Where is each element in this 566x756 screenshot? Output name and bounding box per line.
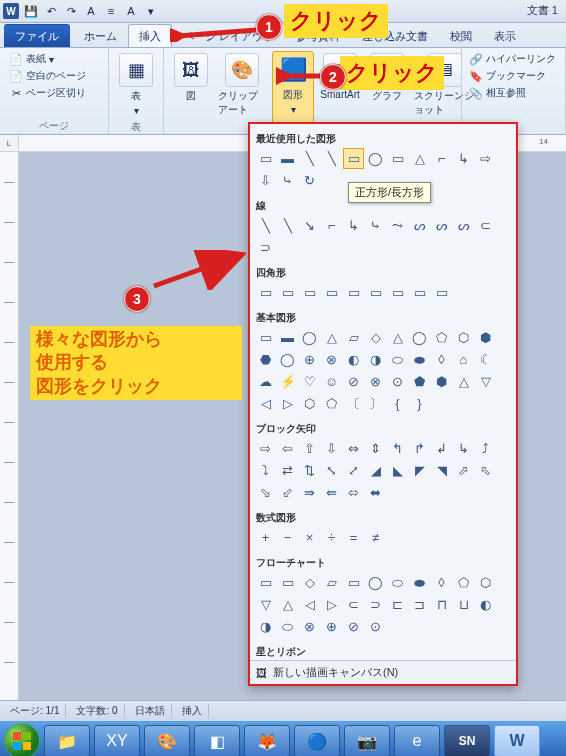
shape-item[interactable]: }	[409, 393, 430, 414]
qat-btn-a[interactable]: A	[82, 2, 100, 20]
shape-item[interactable]: ◐	[475, 594, 496, 615]
shape-item[interactable]: ⊐	[409, 594, 430, 615]
shape-item[interactable]: ⊗	[299, 616, 320, 637]
shape-item[interactable]: ⬁	[475, 460, 496, 481]
task-ie[interactable]: e	[394, 725, 440, 756]
shape-item[interactable]: ⬠	[453, 572, 474, 593]
shapes-scroll[interactable]: 最近使用した図形 ▭▬╲╲▭◯▭△⌐↳⇨⇩⤷↻ 線 ╲╲↘⌐↳⤷⤳ᔕᔕᔕ⊂⊃ 四…	[250, 124, 516, 660]
shape-item[interactable]: ⇚	[321, 482, 342, 503]
status-words[interactable]: 文字数: 0	[70, 704, 124, 718]
shape-item[interactable]: ⊗	[321, 349, 342, 370]
shape-item[interactable]: ◑	[255, 616, 276, 637]
shape-item[interactable]: ◥	[431, 460, 452, 481]
shape-item[interactable]: ▱	[343, 327, 364, 348]
shape-item[interactable]: ⬂	[255, 482, 276, 503]
shape-item[interactable]: △	[321, 327, 342, 348]
shape-item[interactable]: ⤡	[321, 460, 342, 481]
qat-btn-c[interactable]: A	[122, 2, 140, 20]
hyperlink-button[interactable]: 🔗ハイパーリンク	[466, 51, 559, 67]
shape-item[interactable]: ↳	[453, 438, 474, 459]
shape-item[interactable]: ◣	[387, 460, 408, 481]
shape-item[interactable]: ⊃	[365, 594, 386, 615]
shape-item[interactable]: ⊘	[343, 616, 364, 637]
shape-item[interactable]: ⊃	[255, 237, 276, 258]
tab-file[interactable]: ファイル	[4, 24, 70, 47]
shape-item[interactable]: ↲	[431, 438, 452, 459]
shape-item[interactable]: ▭	[431, 282, 452, 303]
shape-item[interactable]: ◇	[299, 572, 320, 593]
shape-item[interactable]: ÷	[321, 527, 342, 548]
shape-item[interactable]: ⌐	[431, 148, 452, 169]
shape-item[interactable]: ▬	[277, 148, 298, 169]
shape-item[interactable]: ⊏	[387, 594, 408, 615]
shape-item[interactable]: ⇛	[299, 482, 320, 503]
shape-item[interactable]: −	[277, 527, 298, 548]
task-app-paint[interactable]: 🎨	[144, 725, 190, 756]
shape-item[interactable]: ↳	[453, 148, 474, 169]
shape-item[interactable]: ╲	[277, 215, 298, 236]
shape-item[interactable]: ▭	[343, 148, 364, 169]
shape-item[interactable]: ⇨	[475, 148, 496, 169]
shape-item[interactable]: {	[387, 393, 408, 414]
task-sn[interactable]: SN	[444, 725, 490, 756]
crossref-button[interactable]: 📎相互参照	[466, 85, 559, 101]
shape-item[interactable]: ↱	[409, 438, 430, 459]
shape-item[interactable]: ⚡	[277, 371, 298, 392]
shape-item[interactable]: ▽	[255, 594, 276, 615]
shape-item[interactable]: ◁	[299, 594, 320, 615]
shape-item[interactable]: ↘	[299, 215, 320, 236]
status-language[interactable]: 日本語	[129, 704, 172, 718]
shape-item[interactable]: ⌂	[453, 349, 474, 370]
shape-item[interactable]: ↻	[299, 170, 320, 191]
save-button[interactable]: 💾	[22, 2, 40, 20]
start-button[interactable]	[4, 723, 40, 756]
shape-item[interactable]: ⇩	[321, 438, 342, 459]
shape-item[interactable]: ↳	[343, 215, 364, 236]
shape-item[interactable]: ▭	[255, 282, 276, 303]
shape-item[interactable]: ▭	[387, 148, 408, 169]
shape-item[interactable]: ◯	[365, 572, 386, 593]
redo-button[interactable]: ↷	[62, 2, 80, 20]
shape-item[interactable]: ⊂	[343, 594, 364, 615]
shape-item[interactable]: ◯	[409, 327, 430, 348]
shape-item[interactable]: ▷	[277, 393, 298, 414]
shape-item[interactable]: ⤴	[475, 438, 496, 459]
shape-item[interactable]: ⬣	[255, 349, 276, 370]
shape-item[interactable]: ⬭	[387, 572, 408, 593]
shape-item[interactable]: ⬀	[453, 460, 474, 481]
shape-item[interactable]: ⇄	[277, 460, 298, 481]
shape-item[interactable]: ▭	[255, 148, 276, 169]
shape-item[interactable]: ▭	[255, 572, 276, 593]
shape-item[interactable]: ◯	[299, 327, 320, 348]
shape-item[interactable]: ⊙	[365, 616, 386, 637]
shape-item[interactable]: ◊	[431, 572, 452, 593]
shape-item[interactable]: ⤷	[365, 215, 386, 236]
page-break-button[interactable]: ✂ページ区切り	[6, 85, 89, 101]
shape-item[interactable]: ⇅	[299, 460, 320, 481]
shape-item[interactable]: ╲	[299, 148, 320, 169]
undo-button[interactable]: ↶	[42, 2, 60, 20]
shape-item[interactable]: ▬	[277, 327, 298, 348]
task-firefox[interactable]: 🦊	[244, 725, 290, 756]
clipart-button[interactable]: 🎨 クリップアート	[214, 51, 270, 132]
shape-item[interactable]: ◁	[255, 393, 276, 414]
shape-item[interactable]: ↰	[387, 438, 408, 459]
shape-item[interactable]: ⬡	[475, 572, 496, 593]
shape-item[interactable]: ♡	[299, 371, 320, 392]
shape-item[interactable]: ◊	[431, 349, 452, 370]
shape-item[interactable]: ≠	[365, 527, 386, 548]
shape-item[interactable]: ᔕ	[409, 215, 430, 236]
blank-page-button[interactable]: 📄空白のページ	[6, 68, 89, 84]
shape-item[interactable]: ⬡	[299, 393, 320, 414]
task-app-2[interactable]: 🔵	[294, 725, 340, 756]
shape-item[interactable]: ⬟	[409, 371, 430, 392]
task-app-1[interactable]: ◧	[194, 725, 240, 756]
tab-insert[interactable]: 挿入	[128, 24, 172, 47]
vertical-ruler[interactable]	[0, 152, 19, 700]
cover-page-button[interactable]: 📄表紙 ▾	[6, 51, 89, 67]
shape-item[interactable]: ⊗	[365, 371, 386, 392]
shape-item[interactable]: ⊓	[431, 594, 452, 615]
table-button[interactable]: ▦ 表 ▾	[115, 51, 157, 118]
task-app-3[interactable]: 📷	[344, 725, 390, 756]
shape-item[interactable]: ☾	[475, 349, 496, 370]
